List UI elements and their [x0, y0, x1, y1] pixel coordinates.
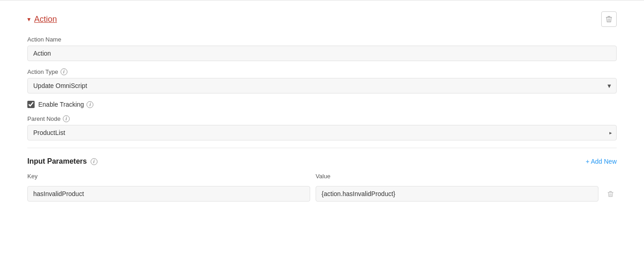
params-column-headers: Key Value — [27, 173, 617, 182]
section-header: ▾ Action — [27, 11, 617, 27]
collapse-icon[interactable]: ▾ — [27, 16, 31, 23]
enable-tracking-label[interactable]: Enable Tracking i — [38, 101, 93, 108]
action-type-info-icon: i — [61, 68, 67, 75]
parent-node-group: Parent Node i ▸ — [27, 115, 617, 140]
value-column-label: Value — [316, 173, 617, 180]
section-title-group: ▾ Action — [27, 15, 57, 24]
trash-icon — [606, 16, 612, 23]
action-section: ▾ Action Action Name Action Type i Updat… — [0, 0, 644, 216]
key-column-label: Key — [27, 173, 310, 180]
action-type-select-wrapper: Update OmniScript Set Errors Navigate Su… — [27, 78, 617, 93]
input-params-title: Input Parameters — [27, 157, 87, 166]
parent-node-input[interactable] — [27, 125, 617, 140]
section-title[interactable]: Action — [34, 15, 57, 24]
parent-node-label: Parent Node i — [27, 115, 617, 122]
action-name-group: Action Name — [27, 36, 617, 61]
action-name-input[interactable] — [27, 46, 617, 61]
input-params-info-icon: i — [91, 158, 97, 165]
enable-tracking-info-icon: i — [87, 101, 93, 108]
page-container: ▾ Action Action Name Action Type i Updat… — [0, 0, 644, 269]
section-divider — [27, 148, 617, 148]
parent-node-info-icon: i — [63, 115, 70, 122]
action-type-label: Action Type i — [27, 68, 617, 75]
enable-tracking-group: Enable Tracking i — [27, 101, 617, 108]
row-trash-icon — [608, 191, 613, 197]
action-type-group: Action Type i Update OmniScript Set Erro… — [27, 68, 617, 93]
action-name-label: Action Name — [27, 36, 617, 43]
delete-section-button[interactable] — [601, 11, 617, 27]
parent-node-wrapper: ▸ — [27, 125, 617, 140]
input-params-title-group: Input Parameters i — [27, 157, 97, 166]
params-row — [27, 186, 617, 202]
params-value-input[interactable] — [316, 186, 598, 202]
params-key-input[interactable] — [27, 186, 310, 202]
input-params-header: Input Parameters i + Add New — [27, 157, 617, 166]
enable-tracking-checkbox[interactable] — [27, 101, 35, 108]
row-delete-button[interactable] — [604, 187, 617, 200]
add-new-button[interactable]: + Add New — [586, 158, 617, 165]
action-type-select[interactable]: Update OmniScript Set Errors Navigate Su… — [27, 78, 617, 93]
